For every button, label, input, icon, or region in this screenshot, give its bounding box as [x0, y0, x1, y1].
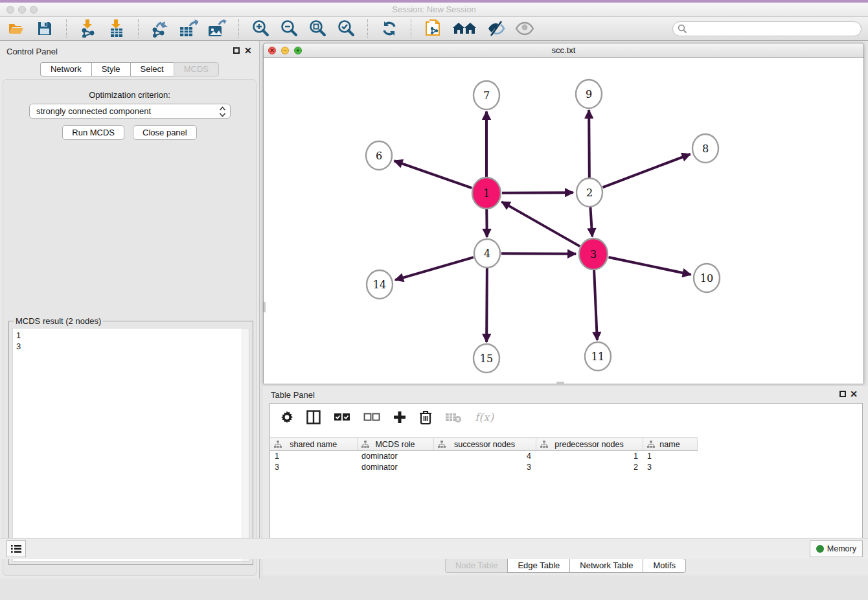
graph-node-10[interactable]: 10 [694, 264, 720, 292]
graph-node-8[interactable]: 8 [692, 134, 718, 163]
float-panel-icon[interactable] [233, 47, 240, 54]
table-close-icon[interactable]: ✕ [850, 390, 858, 398]
graph-node-2[interactable]: 2 [577, 178, 602, 207]
graph-node-6[interactable]: 6 [366, 141, 392, 170]
column-header-predecessor-nodes[interactable]: predecessor nodes [536, 438, 643, 451]
criterion-dropdown[interactable]: strongly connected component [29, 104, 231, 119]
zoom-fit-icon[interactable] [308, 19, 327, 38]
import-table-icon[interactable] [107, 19, 126, 38]
svg-text:11: 11 [591, 351, 604, 363]
tab-style[interactable]: Style [91, 62, 130, 76]
edge-2-3[interactable] [590, 207, 592, 237]
table-cell[interactable]: 1 [643, 451, 697, 462]
zoom-in-icon[interactable] [251, 19, 270, 38]
table-row[interactable]: 3dominator323 [270, 462, 697, 473]
svg-text:7: 7 [483, 89, 490, 102]
graph-node-11[interactable]: 11 [585, 342, 611, 371]
table-cell[interactable]: 3 [433, 462, 536, 473]
tab-select[interactable]: Select [130, 62, 174, 76]
result-scrollbar[interactable] [242, 329, 249, 561]
edge-1-2[interactable] [502, 192, 573, 193]
add-column-icon[interactable] [393, 410, 406, 425]
column-chooser-icon[interactable] [306, 410, 321, 425]
column-header-successor-nodes[interactable]: successor nodes [433, 438, 536, 451]
mcds-result-textarea[interactable]: 13 [12, 328, 249, 562]
run-mcds-button[interactable]: Run MCDS [62, 125, 124, 140]
zoom-out-icon[interactable] [279, 19, 299, 38]
edge-2-9[interactable] [589, 110, 589, 178]
refresh-icon[interactable] [380, 19, 399, 38]
close-panel-button[interactable]: Close panel [133, 125, 197, 140]
search-input[interactable] [672, 21, 862, 36]
import-network-icon[interactable] [78, 19, 98, 38]
edge-3-10[interactable] [608, 257, 691, 275]
network-canvas[interactable]: 7968124314101511 [264, 58, 863, 384]
graph-node-15[interactable]: 15 [474, 344, 499, 373]
table-cell[interactable]: 3 [643, 462, 697, 473]
table-cell[interactable]: 2 [536, 462, 643, 473]
edge-3-1[interactable] [501, 202, 580, 246]
edge-4-3[interactable] [501, 253, 576, 254]
table-row[interactable]: 1dominator411 [270, 451, 697, 462]
table-cell[interactable]: 3 [270, 462, 357, 473]
memory-status-dot [816, 545, 824, 553]
svg-text:2: 2 [586, 187, 593, 199]
edge-1-6[interactable] [394, 161, 472, 188]
edge-3-11[interactable] [594, 270, 597, 340]
main-toolbar [0, 17, 868, 41]
graph-node-14[interactable]: 14 [367, 270, 393, 299]
first-neighbors-icon[interactable] [451, 19, 477, 38]
column-header-name[interactable]: name [643, 438, 697, 451]
graph-node-4[interactable]: 4 [474, 239, 500, 268]
show-hide-graphics-details-icon[interactable] [486, 19, 506, 38]
canvas-resize-hint [556, 382, 564, 384]
export-network-icon[interactable] [150, 19, 170, 38]
zoom-selected-icon[interactable] [336, 19, 356, 38]
table-cell[interactable]: dominator [357, 462, 433, 473]
tab-network-table[interactable]: Network Table [569, 559, 643, 573]
tab-mcds[interactable]: MCDS [174, 62, 219, 76]
control-panel-title: Control Panel [6, 47, 58, 56]
tab-edge-table[interactable]: Edge Table [507, 559, 569, 573]
search-icon [678, 24, 687, 34]
deselect-all-rows-icon[interactable] [363, 410, 380, 425]
export-table-icon[interactable] [179, 19, 198, 38]
column-header-shared-name[interactable]: shared name [270, 438, 357, 451]
close-panel-icon[interactable]: ✕ [244, 47, 252, 54]
table-cell[interactable]: 4 [433, 451, 536, 462]
session-title: Session: New Session [0, 5, 868, 14]
network-graph[interactable]: 7968124314101511 [264, 58, 863, 384]
graph-node-9[interactable]: 9 [576, 80, 602, 108]
column-type-icon [647, 441, 655, 448]
mcds-result-group: MCDS result (2 nodes) 13 [8, 321, 253, 565]
column-header-MCDS-role[interactable]: MCDS role [357, 438, 433, 451]
export-image-icon[interactable] [207, 19, 227, 38]
edge-4-15[interactable] [486, 268, 487, 342]
svg-text:9: 9 [586, 88, 592, 100]
tab-network[interactable]: Network [40, 62, 91, 76]
delete-column-icon[interactable] [419, 410, 432, 425]
graph-node-7[interactable]: 7 [474, 81, 499, 110]
select-all-rows-icon[interactable] [334, 410, 350, 425]
edge-2-8[interactable] [603, 154, 691, 187]
network-window: ✕ − + scc.txt 7968124314101511 [263, 43, 864, 384]
table-settings-gear-icon[interactable] [280, 410, 293, 425]
memory-button[interactable]: Memory [810, 540, 863, 557]
save-session-icon[interactable] [35, 19, 54, 38]
network-title: scc.txt [264, 45, 863, 55]
table-float-icon[interactable] [839, 391, 846, 397]
open-file-icon[interactable] [6, 19, 26, 38]
duplicate-network-icon[interactable] [423, 19, 442, 38]
network-window-titlebar[interactable]: ✕ − + scc.txt [264, 43, 863, 58]
graph-node-3[interactable]: 3 [579, 238, 608, 270]
table-cell[interactable]: dominator [357, 451, 433, 462]
tab-node-table[interactable]: Node Table [445, 559, 508, 573]
edge-4-14[interactable] [395, 257, 474, 280]
table-cell[interactable]: 1 [270, 451, 357, 462]
table-cell[interactable]: 1 [536, 451, 643, 462]
column-type-icon [438, 441, 446, 448]
graph-node-1[interactable]: 1 [472, 178, 501, 209]
toolbar-separator [66, 19, 67, 38]
task-history-button[interactable] [6, 540, 26, 557]
tab-motifs[interactable]: Motifs [643, 559, 686, 573]
